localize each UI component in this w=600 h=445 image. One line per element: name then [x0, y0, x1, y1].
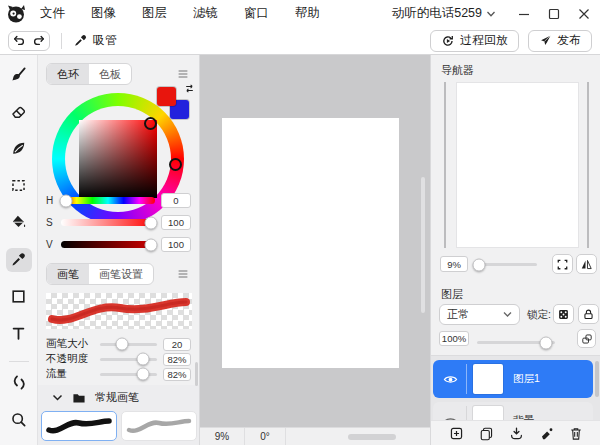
brush-tabs: 画笔 画笔设置 [46, 263, 154, 285]
brush-opacity-value[interactable]: 82% [163, 353, 191, 366]
canvas-horizontal-scrollbar-track[interactable] [286, 428, 430, 445]
menu-bar: 文件 图像 图层 滤镜 窗口 帮助 [40, 5, 320, 22]
current-tool-indicator[interactable]: 吸管 [73, 32, 117, 49]
hue-value[interactable]: 0 [161, 193, 191, 208]
delete-layer-icon[interactable] [569, 426, 583, 441]
canvas-horizontal-scrollbar[interactable] [348, 434, 396, 440]
brush-tool-button[interactable] [6, 62, 32, 86]
canvas[interactable] [222, 118, 399, 368]
brush-flow-value[interactable]: 82% [163, 368, 191, 381]
layer-list-scrollbar[interactable] [595, 361, 599, 397]
zoom-tool-button[interactable] [6, 408, 32, 432]
navigator-preview[interactable] [456, 82, 579, 248]
flip-view-button[interactable] [576, 254, 597, 274]
saturation-value-square[interactable] [79, 120, 157, 198]
layer-opacity-slider[interactable] [477, 341, 555, 344]
document-title-dropdown[interactable]: 动听的电话5259 [392, 5, 496, 22]
hue-slider-handle[interactable] [59, 194, 72, 207]
send-icon [539, 34, 552, 47]
chevron-down-icon [486, 10, 496, 18]
value-value[interactable]: 100 [161, 237, 191, 252]
undo-button[interactable] [9, 32, 29, 50]
app-window: 文件 图像 图层 滤镜 窗口 帮助 动听的电话5259 [0, 0, 600, 445]
rotation-angle[interactable]: 0° [245, 428, 286, 445]
layer-list: 图层1 背景 [431, 355, 600, 420]
navigator-title: 导航器 [441, 63, 474, 78]
eraser-icon [10, 103, 27, 120]
smudge-tool-button[interactable] [6, 136, 32, 160]
menu-file[interactable]: 文件 [40, 5, 65, 22]
layer-opacity-handle[interactable] [539, 336, 552, 349]
brush-panel-menu-button[interactable] [176, 267, 190, 281]
tab-brush[interactable]: 画笔 [47, 264, 89, 284]
brush-preset-2[interactable] [121, 411, 197, 441]
brush-group-label: 常规画笔 [95, 390, 139, 405]
value-slider-handle[interactable] [145, 238, 158, 251]
layer-row[interactable]: 背景 [433, 402, 593, 420]
current-tool-label: 吸管 [93, 32, 117, 49]
lock-icon [582, 308, 595, 321]
menu-help[interactable]: 帮助 [295, 5, 320, 22]
lock-layer-button[interactable] [578, 304, 599, 324]
close-button[interactable] [578, 8, 590, 20]
tab-color-palette[interactable]: 色板 [89, 64, 131, 84]
fill-tool-button[interactable] [6, 210, 32, 234]
layer-opacity-value[interactable]: 100% [439, 331, 469, 346]
color-panel-menu-button[interactable] [176, 67, 190, 81]
fit-view-button[interactable] [552, 254, 573, 274]
tab-color-wheel[interactable]: 色环 [47, 64, 89, 84]
brush-size-handle[interactable] [115, 338, 128, 351]
blend-mode-dropdown[interactable]: 正常 [439, 304, 520, 325]
canvas-vertical-scrollbar[interactable] [421, 177, 425, 313]
saturation-slider[interactable] [61, 219, 155, 226]
navigator-zoom-slider[interactable] [475, 263, 537, 266]
brush-opacity-slider[interactable] [100, 358, 157, 361]
clear-layer-icon[interactable] [539, 426, 554, 441]
brush-size-value[interactable]: 20 [163, 338, 191, 351]
flip-icon [580, 258, 593, 271]
curve-tool-button[interactable] [6, 371, 32, 395]
brush-size-slider[interactable] [100, 343, 157, 346]
redo-button[interactable] [29, 32, 49, 50]
sv-selector[interactable] [144, 117, 157, 130]
lock-alpha-button[interactable] [553, 304, 574, 324]
foreground-color-swatch[interactable] [157, 87, 176, 106]
tab-brush-settings[interactable]: 画笔设置 [89, 264, 153, 284]
publish-button[interactable]: 发布 [528, 30, 592, 52]
menu-layer[interactable]: 图层 [142, 5, 167, 22]
process-replay-button[interactable]: 过程回放 [430, 30, 519, 52]
merge-down-icon[interactable] [509, 426, 524, 441]
navigator-zoom-handle[interactable] [473, 258, 486, 271]
left-panel-scrollbar[interactable] [195, 362, 198, 386]
brush-group-header[interactable]: 常规画笔 [38, 390, 195, 405]
maximize-button[interactable] [548, 8, 560, 20]
brush-icon [10, 66, 27, 83]
saturation-value[interactable]: 100 [161, 215, 191, 230]
value-slider[interactable] [61, 241, 155, 248]
canvas-area[interactable]: 9% 0° [200, 55, 430, 445]
minimize-button[interactable] [518, 8, 530, 20]
clipping-mask-button[interactable] [577, 329, 596, 348]
eye-icon[interactable] [443, 373, 458, 386]
brush-flow-slider[interactable] [100, 373, 157, 376]
brush-preset-1[interactable] [41, 411, 117, 441]
select-tool-button[interactable] [6, 173, 32, 197]
brush-flow-handle[interactable] [137, 368, 150, 381]
brush-opacity-handle[interactable] [137, 353, 150, 366]
eraser-tool-button[interactable] [6, 99, 32, 123]
shape-tool-button[interactable] [6, 285, 32, 309]
navigator-zoom-value[interactable]: 9% [440, 256, 468, 272]
layer-row-selected[interactable]: 图层1 [433, 360, 593, 398]
text-tool-button[interactable] [6, 322, 32, 346]
add-layer-icon[interactable] [449, 426, 464, 441]
zoom-level[interactable]: 9% [200, 428, 245, 445]
menu-image[interactable]: 图像 [91, 5, 116, 22]
hue-selector[interactable] [169, 158, 182, 171]
swap-colors-icon[interactable] [184, 83, 195, 94]
eyedropper-tool-button[interactable] [6, 248, 32, 272]
menu-window[interactable]: 窗口 [244, 5, 269, 22]
duplicate-layer-icon[interactable] [479, 426, 494, 441]
hue-slider[interactable] [61, 197, 155, 204]
menu-filter[interactable]: 滤镜 [193, 5, 218, 22]
saturation-slider-handle[interactable] [145, 216, 158, 229]
